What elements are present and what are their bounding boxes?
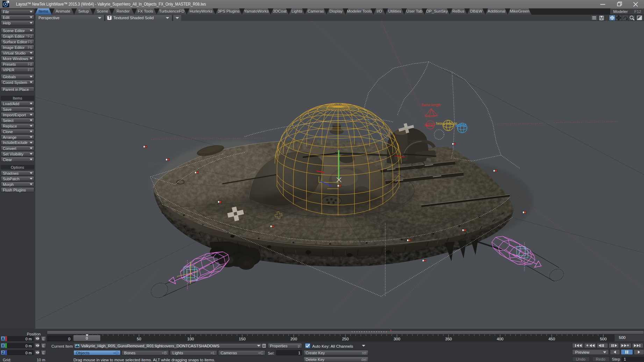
- svg-text:flame length: flame length: [422, 103, 441, 107]
- svg-text:100: 100: [187, 337, 194, 341]
- svg-text:200: 200: [291, 337, 297, 341]
- svg-text:Step: Step: [612, 357, 620, 361]
- svg-text:1: 1: [624, 357, 626, 361]
- svg-text:50: 50: [137, 337, 141, 341]
- svg-text:flame: flame: [424, 123, 433, 127]
- svg-text:300: 300: [394, 337, 400, 341]
- svg-text:Redo: Redo: [596, 357, 606, 361]
- svg-text:L: L: [7, 1, 9, 3]
- svg-text:400: 400: [497, 337, 503, 341]
- svg-text:500: 500: [600, 337, 607, 341]
- svg-text:450: 450: [548, 337, 555, 341]
- svg-text:behind: behind: [456, 123, 466, 127]
- svg-text:Preview: Preview: [575, 350, 590, 354]
- svg-text:heavy-add on: heavy-add on: [436, 122, 457, 125]
- svg-text:350: 350: [445, 337, 452, 341]
- svg-text:150: 150: [239, 337, 245, 341]
- svg-text:Undo: Undo: [576, 357, 586, 361]
- svg-text:250: 250: [342, 337, 349, 341]
